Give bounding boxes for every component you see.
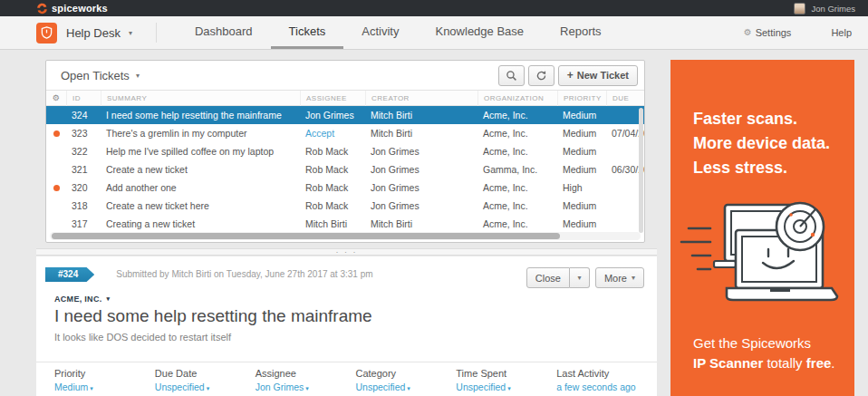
cell-summary: Add another one (101, 182, 300, 193)
close-button[interactable]: Close (526, 267, 570, 288)
horizontal-scrollbar-thumb[interactable] (52, 233, 560, 239)
field-value-dropdown[interactable]: Jon Grimes ▾ (256, 382, 356, 392)
app-switcher[interactable]: Help Desk ▾ (0, 16, 132, 49)
cell-priority: Medium (557, 218, 606, 229)
user-name: Jon Grimes (811, 4, 855, 14)
horizontal-scrollbar-track[interactable] (50, 232, 641, 240)
column-header-creator[interactable]: CREATOR (365, 91, 477, 106)
table-row[interactable]: 324I need some help resetting the mainfr… (46, 106, 644, 124)
cell-id: 324 (66, 110, 101, 121)
cell-creator: Mitch Birti (365, 128, 477, 139)
tab-dashboard[interactable]: Dashboard (177, 16, 271, 49)
ad-cta-line1: Get the Spiceworks (693, 333, 835, 353)
ticket-title: I need some help resetting the mainframe (36, 304, 657, 326)
accept-link[interactable]: Accept (300, 128, 365, 139)
refresh-button[interactable] (528, 65, 555, 86)
organization-dropdown[interactable]: ACME, INC. ▾ (36, 288, 657, 304)
nav-right: ⚙ Settings Help (744, 16, 852, 49)
table-header: ⚙ IDSUMMARYASSIGNEECREATORORGANIZATIONPR… (46, 91, 644, 106)
user-menu[interactable]: Jon Grimes (794, 3, 855, 14)
field-value-dropdown[interactable]: Unspecified ▾ (355, 382, 456, 392)
field-value-dropdown[interactable]: a few seconds ago (556, 382, 657, 392)
table-row[interactable]: 320Add another oneRob MackJon GrimesAcme… (46, 179, 644, 197)
table-row[interactable]: 318Create a new ticket hereRob MackJon G… (46, 197, 644, 215)
refresh-icon (535, 70, 547, 82)
tab-reports[interactable]: Reports (542, 16, 620, 49)
field-value-dropdown[interactable]: Medium ▾ (54, 382, 155, 392)
field-category: CategoryUnspecified ▾ (355, 368, 456, 396)
close-dropdown-button[interactable]: ▾ (570, 267, 590, 288)
search-button[interactable] (498, 65, 525, 86)
cell-organization: Acme, Inc. (477, 128, 557, 139)
ad-headline-line: Faster scans. (693, 107, 854, 131)
field-value-dropdown[interactable]: Unspecified ▾ (155, 382, 256, 392)
settings-link[interactable]: ⚙ Settings (744, 27, 792, 38)
chevron-down-icon: ▾ (107, 295, 111, 303)
cell-id: 322 (66, 146, 101, 157)
field-time-spent: Time SpentUnspecified ▾ (456, 368, 556, 396)
cell-organization: Acme, Inc. (477, 182, 557, 193)
more-button[interactable]: More ▾ (595, 267, 644, 288)
cell-summary: Create a new ticket (101, 164, 300, 175)
column-header-priority[interactable]: PRIORITY (557, 91, 606, 106)
cell-summary: Create a new ticket here (101, 200, 300, 211)
column-header-id[interactable]: ID (66, 91, 101, 106)
table-row[interactable]: 323There's a gremlin in my computerAccep… (46, 124, 644, 142)
cell-creator: Jon Grimes (365, 200, 477, 211)
cell-assignee: Rob Mack (300, 164, 365, 175)
help-link[interactable]: Help (831, 27, 852, 38)
field-value-text: Unspecified (355, 382, 405, 392)
cell-creator: Jon Grimes (365, 164, 477, 175)
view-selector-dropdown[interactable]: Open Tickets ▾ (61, 69, 140, 82)
cell-assignee: Mitch Birti (300, 218, 365, 229)
field-value-dropdown[interactable]: Unspecified ▾ (456, 382, 556, 392)
ticket-number-badge: #324 (45, 267, 94, 282)
chevron-down-icon: ▾ (304, 385, 308, 391)
cell-organization: Acme, Inc. (477, 110, 557, 121)
gear-icon[interactable]: ⚙ (46, 91, 66, 106)
ad-headline-line: Less stress. (693, 156, 854, 180)
toolbar-buttons: + New Ticket (498, 65, 638, 86)
user-avatar (794, 3, 805, 14)
cell-organization: Gamma, Inc. (477, 164, 557, 175)
column-header-assignee[interactable]: ASSIGNEE (300, 91, 365, 106)
tab-tickets[interactable]: Tickets (271, 16, 344, 49)
new-ticket-button[interactable]: + New Ticket (558, 65, 638, 86)
cell-priority: Medium (557, 164, 606, 175)
field-due-date: Due DateUnspecified ▾ (155, 368, 256, 396)
table-row[interactable]: 317Creating a new ticketMitch BirtiMitch… (46, 215, 644, 233)
cell-id: 321 (66, 164, 101, 175)
column-header-organization[interactable]: ORGANIZATION (477, 91, 557, 106)
vertical-scrollbar[interactable] (639, 108, 643, 233)
cell-assignee: Jon Grimes (300, 110, 365, 121)
organization-label: ACME, INC. (54, 295, 102, 304)
cell-id: 320 (66, 182, 101, 193)
cell-organization: Acme, Inc. (477, 200, 557, 211)
field-value-text: a few seconds ago (556, 382, 636, 392)
ad-headline-line: More device data. (693, 131, 854, 156)
tab-activity[interactable]: Activity (343, 16, 417, 49)
table-row[interactable]: 321Create a new ticketRob MackJon Grimes… (46, 160, 644, 179)
app-name: Help Desk (66, 26, 121, 40)
nav-tabs: DashboardTicketsActivityKnowledge BaseRe… (177, 16, 620, 49)
detail-buttons: Close ▾ More ▾ (526, 267, 644, 288)
pane-splitter[interactable]: · · · (36, 248, 657, 256)
column-header-due[interactable]: DUE (606, 91, 644, 106)
cell-priority: Medium (557, 200, 606, 211)
gear-icon: ⚙ (744, 28, 752, 37)
tab-knowledge-base[interactable]: Knowledge Base (417, 16, 542, 49)
field-label: Priority (54, 368, 155, 379)
chevron-down-icon: ▾ (136, 72, 140, 80)
logo-text: spiceworks (52, 3, 108, 14)
nav-divider (156, 23, 157, 43)
spiceworks-logo[interactable]: spiceworks (36, 3, 108, 14)
ip-scanner-ad[interactable]: Faster scans.More device data.Less stres… (670, 60, 854, 396)
chevron-down-icon: ▾ (129, 29, 132, 37)
chevron-down-icon: ▾ (205, 385, 209, 391)
table-row[interactable]: 322Help me I've spilled coffee on my lap… (46, 142, 644, 160)
detail-header: #324 Submitted by Mitch Birti on Tuesday… (36, 256, 657, 288)
chevron-down-icon: ▾ (577, 274, 581, 282)
column-header-summary[interactable]: SUMMARY (101, 91, 300, 106)
unread-dot-icon (53, 130, 60, 137)
field-label: Time Spent (456, 368, 556, 379)
